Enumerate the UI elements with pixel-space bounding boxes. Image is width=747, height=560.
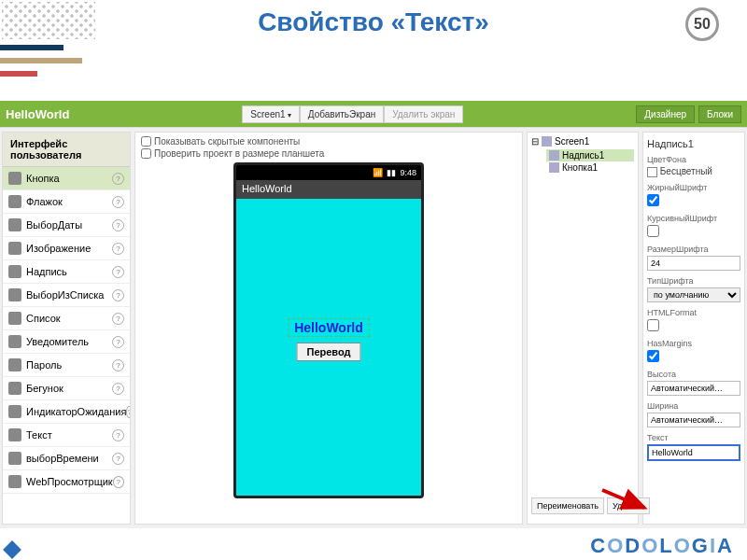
delete-button[interactable]: Удалить [607, 497, 650, 514]
tablet-checkbox[interactable] [141, 148, 151, 159]
fonttype-select[interactable]: по умолчанию [647, 287, 740, 302]
palette-item-label: ВыборДаты [26, 219, 82, 231]
component-icon [8, 288, 21, 301]
component-icon [8, 452, 21, 465]
translate-button[interactable]: Перевод [296, 343, 360, 361]
component-icon [8, 312, 21, 325]
app-toolbar: HelloWorld Screen1 ДобавитьЭкран Удалить… [0, 101, 747, 127]
help-icon[interactable]: ? [112, 453, 124, 465]
help-icon[interactable]: ? [112, 429, 124, 441]
viewer-panel: Показывать скрытые компоненты Проверить … [134, 132, 523, 525]
help-icon[interactable]: ? [112, 359, 124, 371]
component-icon [8, 195, 21, 208]
palette-item-3[interactable]: Изображение? [3, 237, 130, 260]
tablet-check-label: Проверить проект в размере планшета [154, 148, 324, 159]
help-icon[interactable]: ? [112, 313, 124, 325]
text-label: Текст [647, 433, 740, 442]
help-icon[interactable]: ? [126, 406, 130, 418]
screen-icon [542, 136, 552, 147]
help-icon[interactable]: ? [113, 476, 124, 488]
palette-item-label: Уведомитель [26, 336, 89, 347]
rename-button[interactable]: Переименовать [531, 497, 604, 514]
blocks-tab[interactable]: Блоки [698, 105, 741, 123]
margins-label: HasMargins [647, 339, 740, 348]
palette-item-10[interactable]: ИндикаторОжидания? [3, 400, 130, 424]
help-icon[interactable]: ? [112, 243, 124, 255]
footer-decoration [3, 540, 21, 559]
help-icon[interactable]: ? [112, 196, 124, 208]
text-input[interactable] [647, 444, 740, 461]
hello-label[interactable]: HelloWorld [288, 318, 370, 337]
show-hidden-checkbox[interactable] [141, 136, 151, 147]
color-swatch-icon [647, 167, 657, 177]
show-hidden-label: Показывать скрытые компоненты [154, 136, 300, 147]
palette-list: Кнопка?Флажок?ВыборДаты?Изображение?Надп… [3, 167, 130, 524]
tree-item-1[interactable]: Кнопка1 [546, 161, 634, 174]
help-icon[interactable]: ? [112, 266, 124, 278]
component-icon [8, 358, 21, 371]
bold-checkbox[interactable] [647, 194, 659, 206]
component-icon [8, 382, 21, 395]
fonttype-label: ТипШрифта [647, 276, 740, 286]
signal-icon: ▮▮ [387, 168, 396, 177]
palette-item-6[interactable]: Список? [3, 307, 130, 330]
app-name: HelloWorld [6, 107, 69, 121]
palette-header: Интерфейс пользователя [3, 133, 130, 167]
components-panel: ⊟ Screen1 Надпись1Кнопка1 Переименовать … [527, 132, 639, 525]
palette-item-5[interactable]: ВыборИзСписка? [3, 284, 130, 307]
palette-item-label: Пароль [26, 359, 62, 371]
help-icon[interactable]: ? [112, 336, 124, 348]
height-input[interactable] [647, 381, 740, 396]
component-icon [8, 405, 21, 418]
html-checkbox[interactable] [647, 319, 659, 331]
italic-checkbox[interactable] [647, 225, 659, 237]
bgcolor-text: Бесцветный [660, 166, 712, 176]
help-icon[interactable]: ? [112, 383, 124, 395]
palette-item-label: ВыборИзСписка [26, 289, 104, 301]
palette-item-label: Текст [26, 429, 52, 441]
palette-item-2[interactable]: ВыборДаты? [3, 214, 130, 237]
palette-item-label: Кнопка [26, 173, 60, 184]
decoration-dots [2, 2, 95, 39]
width-input[interactable] [647, 413, 740, 427]
add-screen-button[interactable]: ДобавитьЭкран [300, 105, 384, 123]
margins-checkbox[interactable] [647, 350, 659, 362]
palette-item-label: Флажок [26, 196, 63, 207]
slide-number: 50 [694, 16, 711, 33]
designer-tab[interactable]: Дизайнер [636, 105, 695, 123]
phone-clock: 9:48 [400, 168, 416, 177]
component-icon [8, 428, 21, 441]
bgcolor-label: ЦветФона [647, 155, 740, 164]
tree-root[interactable]: ⊟ Screen1 [531, 136, 634, 147]
palette-item-label: Список [26, 313, 61, 324]
show-hidden-check[interactable]: Показывать скрытые компоненты [141, 136, 516, 147]
tree-item-0[interactable]: Надпись1 [546, 149, 634, 161]
phone-status-bar: 📶 ▮▮ 9:48 [236, 165, 421, 180]
decoration-lines [0, 45, 82, 84]
help-icon[interactable]: ? [112, 173, 124, 185]
fontsize-input[interactable] [647, 256, 740, 271]
palette-item-7[interactable]: Уведомитель? [3, 330, 130, 354]
palette-item-8[interactable]: Пароль? [3, 354, 130, 377]
screen-dropdown[interactable]: Screen1 [242, 105, 299, 123]
bgcolor-value[interactable]: Бесцветный [647, 166, 740, 177]
palette-item-4[interactable]: Надпись? [3, 260, 130, 284]
fontsize-label: РазмерШрифта [647, 245, 740, 254]
palette-item-label: Изображение [26, 243, 91, 254]
palette-item-1[interactable]: Флажок? [3, 190, 130, 214]
palette-item-0[interactable]: Кнопка? [3, 167, 130, 190]
tree-root-label: Screen1 [555, 136, 589, 147]
slide-title: Свойство «Текст» [0, 0, 747, 37]
palette-item-11[interactable]: Текст? [3, 424, 130, 447]
delete-screen-button[interactable]: Удалить экран [384, 105, 463, 123]
width-label: Ширина [647, 401, 740, 411]
help-icon[interactable]: ? [112, 219, 124, 231]
help-icon[interactable]: ? [112, 289, 124, 301]
main-layout: Интерфейс пользователя Кнопка?Флажок?Выб… [0, 127, 747, 528]
palette-item-12[interactable]: выборВремени? [3, 447, 130, 470]
phone-body[interactable]: HelloWorld Перевод [236, 199, 421, 496]
palette-item-9[interactable]: Бегунок? [3, 377, 130, 400]
tablet-check[interactable]: Проверить проект в размере планшета [141, 148, 516, 159]
palette-item-label: Надпись [26, 266, 67, 277]
palette-item-13[interactable]: WebПросмотрщик? [3, 470, 130, 494]
